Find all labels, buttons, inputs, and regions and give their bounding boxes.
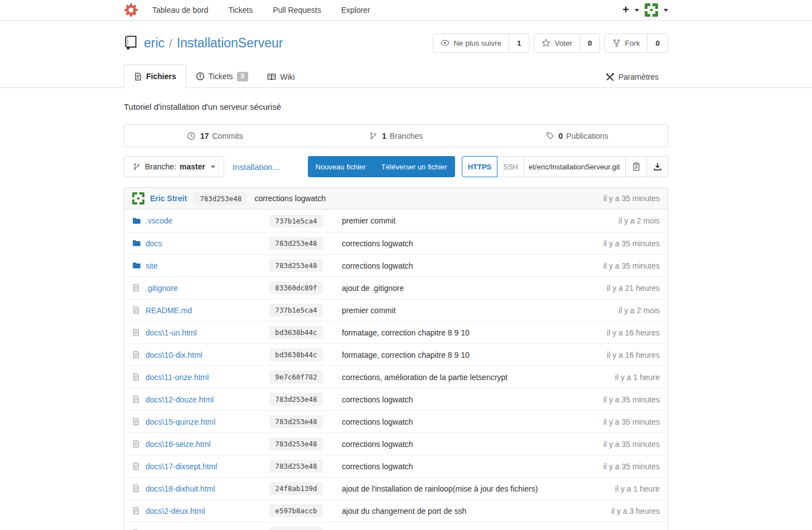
eye-icon [441,38,450,47]
file-link[interactable]: docs\18-dixhuit.html [146,484,257,493]
tickets-count-badge: 0 [237,72,249,81]
file-commit-hash-badge[interactable]: bd3638b44c [269,326,322,339]
commits-stat[interactable]: 17Commits [124,125,306,147]
wiki-book-icon [267,72,276,81]
file-commit-hash-badge[interactable]: 783d253e48 [269,437,322,450]
nav-dashboard[interactable]: Tableau de bord [152,6,208,14]
file-commit-message-link[interactable]: corrections logwatch [335,239,559,248]
file-commit-hash-badge[interactable]: 783d253e48 [269,237,322,250]
file-commit-message-link[interactable]: corrections logwatch [335,462,559,471]
star-count[interactable]: 0 [579,34,600,52]
table-row: docs\16-seize.html 783d253e48 correction… [124,432,668,455]
file-link[interactable]: docs\2-deux.html [146,507,257,516]
file-table: Eric Streit 783d253e48 corrections logwa… [124,187,668,530]
file-commit-hash-badge[interactable]: bd3638b44c [269,348,322,361]
file-commit-message-link[interactable]: corrections logwatch [335,417,559,426]
download-icon [653,162,662,171]
file-commit-hash-badge[interactable]: 24f8ab139d [269,482,322,495]
file-commit-message-link[interactable]: corrections logwatch [335,395,559,404]
file-link[interactable]: docs\1-un.html [146,328,257,337]
file-commit-message-link[interactable]: ajout du changement de port de ssh [335,507,559,516]
fork-button[interactable]: Fork [605,34,647,52]
repo-name-link[interactable]: InstallationServeur [177,36,283,50]
https-protocol-button[interactable]: HTTPS [462,156,498,177]
watch-count[interactable]: 1 [509,34,529,52]
branch-selector[interactable]: Branche: master [124,156,224,177]
file-commit-hash-badge[interactable]: 783d253e48 [269,415,322,428]
file-icon [132,351,146,359]
file-commit-message-link[interactable]: premier commit [335,306,559,315]
file-link[interactable]: README.md [146,306,257,315]
commit-message-link[interactable]: corrections logwatch [254,194,326,203]
file-link[interactable]: .vscode [146,216,257,225]
branches-stat[interactable]: 1Branches [306,125,487,147]
nav-tickets[interactable]: Tickets [228,6,253,14]
file-commit-message-link[interactable]: ajout de l'installation de rainloop(mise… [335,484,559,493]
tab-tickets[interactable]: Tickets 0 [186,65,258,88]
upload-file-button[interactable]: Téléverser un fichier [374,156,455,177]
file-commit-hash-badge[interactable]: 783d253e48 [269,460,322,473]
file-link[interactable]: .gitignore [146,284,257,293]
unwatch-button[interactable]: Ne plus suivre [433,34,509,52]
copy-clone-url-button[interactable] [626,156,647,177]
gogs-logo-icon[interactable] [124,3,138,17]
ssh-protocol-button[interactable]: SSH [497,156,524,177]
file-commit-message-link[interactable]: formatage, correction chapitre 8 9 10 [335,328,559,337]
create-new-caret-icon[interactable] [635,9,639,12]
file-commit-hash-badge[interactable]: e597b8accb [269,504,322,517]
branch-icon [133,163,141,171]
commit-author-avatar[interactable] [132,192,144,205]
file-link[interactable]: site [146,261,257,270]
new-file-button[interactable]: Nouveau fichier [308,156,374,177]
repo-breadcrumb: eric/InstallationServeur [144,36,283,51]
repo-book-icon [124,35,138,51]
file-link[interactable]: docs\11-onze.html [146,373,257,382]
file-commit-hash-badge[interactable]: e597b8accb [269,527,322,530]
clone-url-input[interactable] [524,156,626,177]
file-link[interactable]: docs\12-douze.html [146,395,257,404]
repo-tabs: Fichiers Tickets 0 Wiki [124,65,668,87]
file-updated-time: il y a 3 heures [559,507,660,516]
file-commit-message-link[interactable]: ajout de .gitignore [335,284,559,293]
file-commit-hash-badge[interactable]: 9e7c60f782 [269,371,322,383]
tab-settings[interactable]: Paramètres [596,66,668,88]
file-commit-message-link[interactable]: corrections, amélioration de la partie l… [335,373,559,382]
watch-button-group: Ne plus suivre 1 [433,33,529,53]
top-navbar: Tableau de bord Tickets Pull Requests Ex… [0,0,812,21]
user-avatar[interactable] [645,3,658,17]
file-commit-message-link[interactable]: premier commit [335,216,559,225]
nav-explorer[interactable]: Explorer [341,6,370,14]
user-menu-caret-icon[interactable] [664,9,668,12]
file-link[interactable]: docs\17-dixsept.html [146,462,257,471]
tab-wiki[interactable]: Wiki [258,66,304,88]
fork-button-group: Fork 0 [605,33,668,53]
repo-owner-link[interactable]: eric [144,36,165,50]
file-commit-message-link[interactable]: formatage, correction chapitre 8 9 10 [335,351,559,359]
path-breadcrumb-link[interactable]: Installation... [233,162,279,172]
file-link[interactable]: docs\16-seize.html [146,440,257,449]
file-commit-hash-badge[interactable]: 737b1e5ca4 [269,215,322,227]
create-new-button[interactable]: + [622,4,629,15]
file-commit-hash-badge[interactable]: 783d253e48 [269,393,322,406]
releases-stat[interactable]: 0Publications [486,125,668,147]
table-row: docs\18-dixhuit.html 24f8ab139d ajout de… [124,477,668,499]
file-link[interactable]: docs\15-quinze.html [146,417,257,426]
file-commit-hash-badge[interactable]: 83360dc89f [269,281,322,294]
nav-pull-requests[interactable]: Pull Requests [273,6,321,14]
file-commit-hash-badge[interactable]: 783d253e48 [269,259,322,272]
file-link[interactable]: docs [146,239,257,248]
tab-files[interactable]: Fichiers [124,65,186,88]
file-commit-message-link[interactable]: corrections logwatch [335,440,559,449]
file-link[interactable]: docs\10-dix.html [146,351,257,359]
commit-author-link[interactable]: Eric Streit [150,194,187,203]
commit-hash-badge[interactable]: 783d253e48 [194,192,247,205]
table-row: .vscode 737b1e5ca4 premier commit il y a… [124,210,668,232]
download-archive-button[interactable] [647,156,668,177]
star-button[interactable]: Voter [534,34,579,52]
file-commit-hash-badge[interactable]: 737b1e5ca4 [269,304,322,317]
file-commit-message-link[interactable]: corrections logwatch [335,261,559,270]
table-row: docs\15-quinze.html 783d253e48 correctio… [124,410,668,432]
fork-count[interactable]: 0 [647,34,668,52]
star-icon [542,38,550,47]
file-action-buttons: Nouveau fichier Téléverser un fichier [308,156,455,177]
